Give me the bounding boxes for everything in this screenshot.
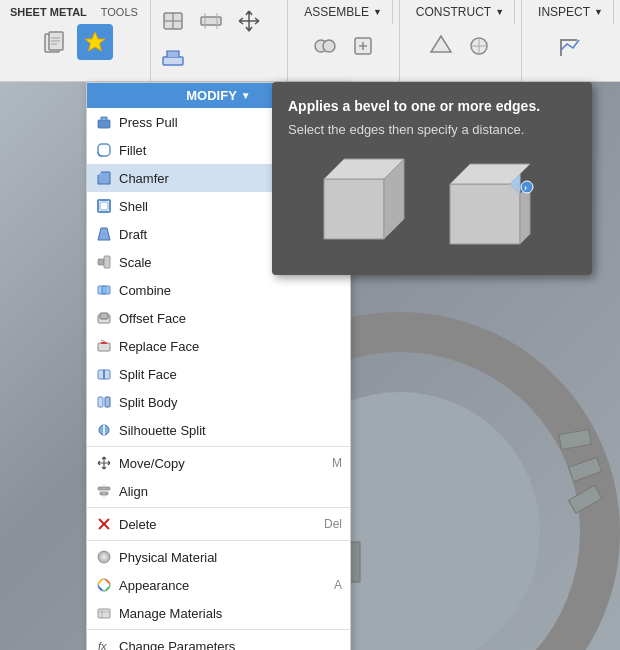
inspect-section: INSPECT ▼ xyxy=(522,0,620,81)
separator-4 xyxy=(87,629,350,630)
menu-item-silhouette-split[interactable]: Silhouette Split xyxy=(87,416,350,444)
menu-item-split-body[interactable]: Split Body xyxy=(87,388,350,416)
appearance-shortcut: A xyxy=(334,578,342,592)
toolbar-icon-5[interactable] xyxy=(193,3,229,39)
svg-point-64 xyxy=(521,181,533,193)
split-face-icon xyxy=(95,365,113,383)
svg-point-22 xyxy=(323,40,335,52)
menu-item-manage-materials[interactable]: Manage Materials xyxy=(87,599,350,627)
toolbar-icon-move[interactable] xyxy=(231,3,267,39)
delete-icon xyxy=(95,515,113,533)
svg-rect-34 xyxy=(100,313,108,319)
split-body-icon xyxy=(95,393,113,411)
chamfer-icon xyxy=(95,169,113,187)
construct-section: CONSTRUCT ▼ xyxy=(400,0,522,81)
offset-face-icon xyxy=(95,309,113,327)
menu-item-physical-material[interactable]: Physical Material xyxy=(87,543,350,571)
svg-rect-29 xyxy=(98,259,104,265)
menu-item-delete[interactable]: Delete Del xyxy=(87,510,350,538)
menu-item-change-parameters[interactable]: fx Change Parameters xyxy=(87,632,350,650)
split-face-label: Split Face xyxy=(119,367,342,382)
assemble-icon-2[interactable] xyxy=(345,28,381,64)
press-icon xyxy=(95,113,113,131)
delete-shortcut: Del xyxy=(324,517,342,531)
appearance-label: Appearance xyxy=(119,578,328,593)
modify-section: MODIFY ▼ xyxy=(151,0,288,81)
assemble-icon-1[interactable] xyxy=(307,28,343,64)
combine-icon xyxy=(95,281,113,299)
svg-rect-35 xyxy=(98,343,110,351)
appearance-icon xyxy=(95,576,113,594)
silhouette-split-label: Silhouette Split xyxy=(119,423,342,438)
box-after-svg: › xyxy=(435,149,555,259)
box-before-svg xyxy=(309,149,419,259)
menu-title: MODIFY xyxy=(186,88,237,103)
svg-rect-28 xyxy=(100,202,108,210)
chamfer-illustration: › xyxy=(288,149,576,259)
svg-point-47 xyxy=(98,551,110,563)
manage-materials-label: Manage Materials xyxy=(119,606,342,621)
toolbar-icon-flange[interactable] xyxy=(155,41,191,77)
sheet-metal-tab[interactable]: SHEET METAL xyxy=(6,4,91,20)
toolbar-icon-3[interactable] xyxy=(231,0,267,1)
svg-rect-57 xyxy=(324,179,384,239)
toolbar-icon-2[interactable] xyxy=(193,0,229,1)
construct-icon-2[interactable] xyxy=(461,28,497,64)
physical-material-label: Physical Material xyxy=(119,550,342,565)
replace-face-label: Replace Face xyxy=(119,339,342,354)
move-copy-icon xyxy=(95,454,113,472)
menu-title-arrow: ▼ xyxy=(241,90,251,101)
assemble-section: ASSEMBLE ▼ xyxy=(288,0,400,81)
align-label: Align xyxy=(119,484,342,499)
align-icon xyxy=(95,482,113,500)
separator-2 xyxy=(87,507,350,508)
svg-rect-32 xyxy=(102,286,110,294)
menu-item-appearance[interactable]: Appearance A xyxy=(87,571,350,599)
scale-icon xyxy=(95,253,113,271)
chamfer-tooltip: Applies a bevel to one or more edges. Se… xyxy=(272,82,592,275)
menu-item-align[interactable]: Align xyxy=(87,477,350,505)
sheet-icon[interactable] xyxy=(37,24,73,60)
construct-icon-1[interactable] xyxy=(423,28,459,64)
svg-marker-60 xyxy=(450,184,520,244)
move-copy-shortcut: M xyxy=(332,456,342,470)
delete-label: Delete xyxy=(119,517,318,532)
svg-marker-13 xyxy=(85,32,105,51)
silhouette-icon xyxy=(95,421,113,439)
draft-icon xyxy=(95,225,113,243)
inspect-icon-1[interactable] xyxy=(553,28,589,64)
shell-icon xyxy=(95,197,113,215)
split-body-label: Split Body xyxy=(119,395,342,410)
svg-rect-39 xyxy=(105,397,110,407)
svg-text:›: › xyxy=(524,183,527,193)
tools-tab[interactable]: TOOLS xyxy=(93,4,146,20)
inspect-tab[interactable]: INSPECT ▼ xyxy=(528,0,614,24)
manage-mat-icon xyxy=(95,604,113,622)
menu-item-offset-face[interactable]: Offset Face xyxy=(87,304,350,332)
construct-tab[interactable]: CONSTRUCT ▼ xyxy=(406,0,515,24)
separator-3 xyxy=(87,540,350,541)
svg-rect-26 xyxy=(98,144,110,156)
svg-rect-30 xyxy=(104,256,110,268)
fillet-icon xyxy=(95,141,113,159)
svg-rect-20 xyxy=(163,57,183,65)
combine-label: Combine xyxy=(119,283,342,298)
offset-face-label: Offset Face xyxy=(119,311,342,326)
menu-item-replace-face[interactable]: Replace Face xyxy=(87,332,350,360)
move-copy-label: Move/Copy xyxy=(119,456,326,471)
assemble-tab[interactable]: ASSEMBLE ▼ xyxy=(294,0,393,24)
toolbar-icon-1[interactable] xyxy=(155,0,191,1)
change-parameters-label: Change Parameters xyxy=(119,639,342,651)
replace-face-icon xyxy=(95,337,113,355)
sheet-metal-section: SHEET METAL TOOLS xyxy=(0,0,151,81)
menu-item-split-face[interactable]: Split Face xyxy=(87,360,350,388)
menu-item-combine[interactable]: Combine xyxy=(87,276,350,304)
tooltip-desc: Select the edges then specify a distance… xyxy=(288,122,576,137)
top-toolbar: SHEET METAL TOOLS xyxy=(0,0,620,82)
svg-rect-25 xyxy=(98,120,110,128)
svg-text:fx: fx xyxy=(98,640,107,650)
separator-1 xyxy=(87,446,350,447)
toolbar-icon-4[interactable] xyxy=(155,3,191,39)
active-tool-icon[interactable] xyxy=(77,24,113,60)
menu-item-move-copy[interactable]: Move/Copy M xyxy=(87,449,350,477)
